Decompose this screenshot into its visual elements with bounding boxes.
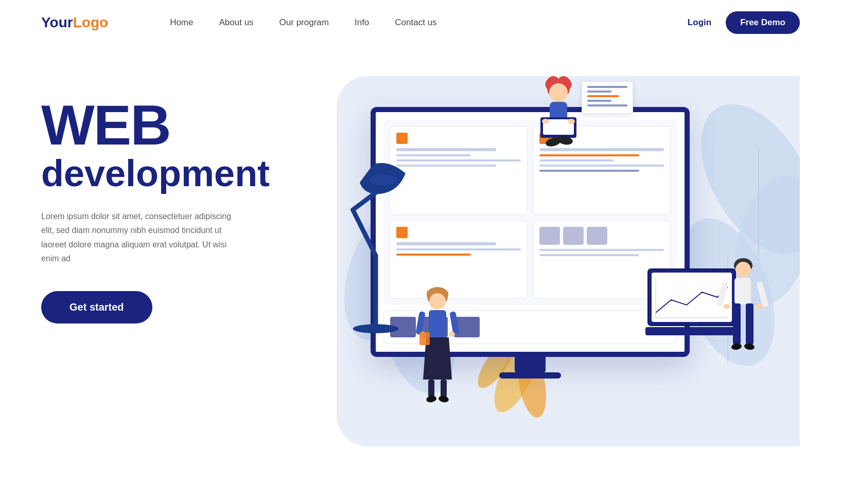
navbar: YourLogo Home About us Our program Info … [0,0,841,45]
hero-illustration [309,66,800,488]
svg-point-48 [731,343,742,351]
hero-section: WEB development Lorem ipsum dolor sit am… [0,45,841,488]
svg-rect-35 [441,380,447,398]
svg-point-16 [369,175,396,186]
nav-item-home[interactable]: Home [170,17,193,28]
svg-point-49 [744,343,755,351]
svg-rect-45 [734,278,751,304]
svg-rect-50 [716,281,729,307]
svg-rect-46 [733,303,741,345]
svg-point-32 [429,293,446,310]
nav-item-program[interactable]: Our program [279,17,329,28]
hero-description: Lorem ipsum dolor sit amet, consectetuer… [41,209,237,265]
logo[interactable]: YourLogo [41,14,108,31]
svg-rect-51 [756,281,769,307]
person-sitting [525,76,592,160]
logo-logo: Logo [73,14,108,31]
svg-point-29 [542,119,549,124]
svg-point-44 [735,262,751,277]
nav-links: Home About us Our program Info Contact u… [170,17,688,28]
hero-title-development: development [41,153,288,194]
svg-line-14 [353,210,376,256]
logo-your: Your [41,14,73,31]
card-line [539,170,639,172]
free-demo-button[interactable]: Free Demo [726,11,800,34]
doc-line [587,95,619,97]
svg-point-53 [756,304,763,309]
svg-rect-39 [449,311,460,335]
person-standing-left [412,287,463,407]
monitor-stand [515,357,546,372]
card-line [539,249,664,251]
nav-right: Login Free Demo [688,11,800,34]
nav-item-about[interactable]: About us [219,17,253,28]
person-standing-right [717,256,769,382]
hero-title-web: WEB [41,97,288,153]
card-line [539,254,639,256]
svg-point-36 [426,395,437,403]
svg-rect-42 [419,332,430,345]
monitor-base [499,372,561,379]
svg-rect-34 [428,380,434,398]
doc-line [587,104,627,106]
hero-left: WEB development Lorem ipsum dolor sit am… [41,66,288,323]
svg-point-37 [438,395,449,403]
svg-point-23 [549,83,568,102]
svg-rect-33 [429,310,446,338]
svg-point-41 [449,332,455,337]
nav-item-contact[interactable]: Contact us [395,17,436,28]
get-started-button[interactable]: Get started [41,291,152,323]
svg-rect-47 [746,303,754,345]
login-button[interactable]: Login [688,17,711,28]
svg-point-30 [568,119,575,124]
desk-lamp [329,128,422,335]
nav-item-info[interactable]: Info [355,17,369,28]
card-line [539,165,664,167]
svg-point-52 [723,304,730,309]
doc-line [587,86,627,88]
svg-rect-38 [415,311,426,335]
